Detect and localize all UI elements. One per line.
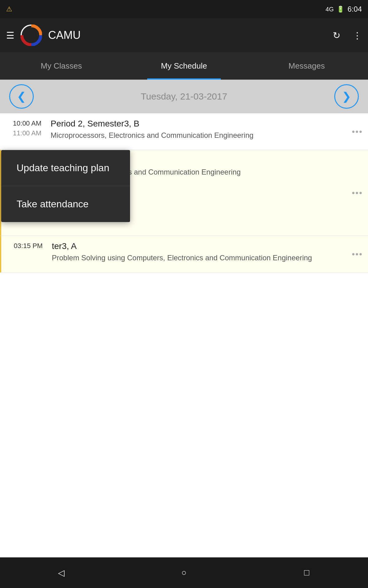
more-dots-icon-3[interactable]: ••• [352,249,362,259]
recent-apps-button[interactable]: □ [297,564,316,582]
period-subtitle-2: ectronics and Communication Engineering [102,168,342,176]
context-menu: Update teaching plan Take attendance [1,150,130,222]
period-subtitle-1: Microprocessors, Electronics and Communi… [51,131,342,140]
prev-date-button[interactable]: ❮ [9,84,34,109]
time-start-3: 03:15 PM [14,242,43,250]
period-subtitle-3: Problem Solving using Computers, Electro… [52,254,342,262]
status-bar: ⚠ 4G 🔋 6:04 [0,0,368,18]
schedule-list: 10:00 AM 11:00 AM Period 2, Semester3, B… [0,113,368,273]
more-col-1[interactable]: ••• [347,113,368,150]
home-icon: ○ [182,568,187,578]
next-date-button[interactable]: ❯ [334,84,359,109]
tab-messages[interactable]: Messages [245,52,368,80]
schedule-item-3: 03:15 PM ter3, A Problem Solving using C… [0,236,368,273]
more-options-icon[interactable]: ⋮ [353,30,362,41]
home-button[interactable]: ○ [175,564,193,582]
app-bar: ☰ CAMU ↻ ⋮ [0,18,368,52]
menu-icon[interactable]: ☰ [6,30,14,41]
app-title: CAMU [48,29,327,42]
status-icons: 4G 🔋 6:04 [326,5,362,13]
period-title-3: ter3, A [52,241,342,251]
bottom-nav: ◁ ○ □ [0,557,368,588]
time-column-1: 10:00 AM 11:00 AM [0,113,46,150]
current-date: Tuesday, 21-03-2017 [141,91,227,102]
more-dots-icon-2[interactable]: ••• [352,188,362,198]
period-title-2: ter3, B [102,156,342,165]
back-icon: ◁ [58,568,65,578]
nav-tabs: My Classes My Schedule Messages [0,52,368,80]
tab-my-schedule[interactable]: My Schedule [123,52,245,80]
refresh-icon[interactable]: ↻ [333,30,340,41]
warning-icon: ⚠ [6,5,12,13]
content-col-3: ter3, A Problem Solving using Computers,… [47,236,347,272]
signal-indicator: 4G [326,6,334,13]
more-col-3[interactable]: ••• [347,236,368,272]
more-col-2[interactable]: ••• [347,150,368,236]
time-column-3: 03:15 PM [1,236,47,272]
schedule-item-1: 10:00 AM 11:00 AM Period 2, Semester3, B… [0,113,368,150]
app-logo [21,24,42,46]
date-navigation: ❮ Tuesday, 21-03-2017 ❯ [0,80,368,113]
recent-icon: □ [304,568,309,578]
more-dots-icon-1[interactable]: ••• [352,127,362,137]
tab-my-classes[interactable]: My Classes [0,52,123,80]
back-button[interactable]: ◁ [52,564,71,582]
chevron-right-icon: ❯ [342,90,351,103]
chevron-left-icon: ❮ [17,90,26,103]
period-title-1: Period 2, Semester3, B [51,119,342,129]
update-teaching-plan-option[interactable]: Update teaching plan [1,150,130,186]
battery-icon: 🔋 [337,6,344,13]
clock: 6:04 [347,5,362,13]
schedule-item-2: Update teaching plan Take attendance ter… [0,150,368,236]
take-attendance-option[interactable]: Take attendance [1,186,130,222]
time-end-1: 11:00 AM [13,129,41,137]
content-col-1: Period 2, Semester3, B Microprocessors, … [46,113,347,150]
time-start-1: 10:00 AM [13,119,41,127]
